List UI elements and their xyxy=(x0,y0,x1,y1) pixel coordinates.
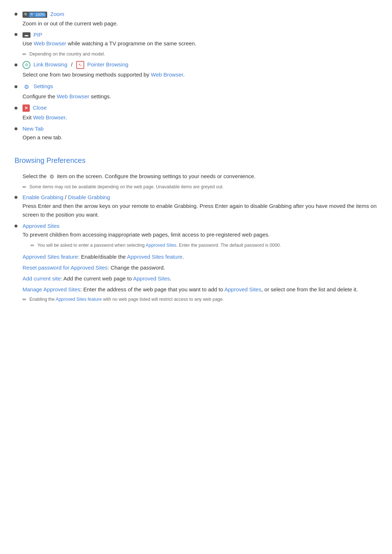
bullet-dot-browsing xyxy=(15,63,17,66)
settings-link[interactable]: Settings xyxy=(33,83,53,89)
approved-sites-note-row: ✏ You will be asked to enter a password … xyxy=(30,242,377,249)
approved-sites-feature-link[interactable]: Approved Sites feature xyxy=(23,254,78,260)
pip-note-icon: ✏ xyxy=(23,52,26,57)
reset-password-link[interactable]: Reset password for Approved Sites xyxy=(23,264,107,271)
bullet-dot-newtab xyxy=(15,127,17,130)
pip-label: ▬ PIP xyxy=(23,32,42,38)
new-tab-description: Open a new tab. xyxy=(23,133,377,142)
pip-section: ▬ PIP Use Web Browser while watching a T… xyxy=(15,32,377,58)
enable-grabbing-link[interactable]: Enable Grabbing xyxy=(23,194,64,200)
manage-approved-sites-line: Manage Approved Sites: Enter the address… xyxy=(23,285,377,294)
link-browsing-icon: ⚙ xyxy=(23,61,30,69)
browsing-mode-label: ⚙ Link Browsing / ↖ Pointer Browsing xyxy=(23,61,128,69)
manage-approved-link[interactable]: Manage Approved Sites xyxy=(23,286,80,292)
close-web-browser-link[interactable]: Web Browser xyxy=(33,114,65,120)
pip-web-browser-link[interactable]: Web Browser xyxy=(34,40,66,46)
footer-approved-sites-link[interactable]: Approved Sites feature xyxy=(56,297,102,302)
enable-grabbing-bullet-row: Enable Grabbing / Disable Grabbing xyxy=(15,194,377,200)
zoom-description: Zoom in or out of the current web page. xyxy=(23,19,377,28)
grabbing-label: Enable Grabbing / Disable Grabbing xyxy=(23,194,110,200)
zoom-percent-badge: 🔍 100% xyxy=(29,12,46,17)
new-tab-section: New Tab Open a new tab. xyxy=(15,126,377,142)
bullet-dot-settings xyxy=(15,85,17,88)
close-bullet-row: ✕ Close xyxy=(15,104,377,112)
browsing-web-browser-link[interactable]: Web Browser xyxy=(151,71,183,78)
bullet-dot-pip xyxy=(15,33,17,36)
approved-sites-feature-link2[interactable]: Approved Sites feature xyxy=(127,254,183,260)
approved-sites-link[interactable]: Approved Sites xyxy=(23,223,60,229)
approved-sites-section: Approved Sites To prevent children from … xyxy=(15,223,377,303)
pointer-browsing-icon: ↖ xyxy=(76,61,84,69)
add-current-site-link[interactable]: Add current site xyxy=(23,275,61,282)
pip-description: Use Web Browser while watching a TV prog… xyxy=(23,39,377,48)
approved-sites-note-icon: ✏ xyxy=(30,243,34,248)
pointer-browsing-link[interactable]: Pointer Browsing xyxy=(87,61,128,67)
reset-password-line: Reset password for Approved Sites: Chang… xyxy=(23,263,377,272)
settings-web-browser-link[interactable]: Web Browser xyxy=(57,93,89,99)
close-description: Exit Web Browser. xyxy=(23,113,377,122)
close-icon: ✕ xyxy=(23,104,30,112)
bullet-dot-approved xyxy=(15,225,17,227)
manage-approved-link2[interactable]: Approved Sites xyxy=(224,286,261,292)
browsing-mode-bullet-row: ⚙ Link Browsing / ↖ Pointer Browsing xyxy=(15,61,377,69)
bullet-dot xyxy=(15,13,17,16)
footer-note-icon: ✏ xyxy=(23,297,26,302)
settings-bullet-row: ⚙ Settings xyxy=(15,83,377,91)
settings-icon: ⚙ xyxy=(23,83,30,91)
browsing-preferences-intro: Select the ⚙ item on the screen. Configu… xyxy=(23,172,377,181)
pref-note-icon: ✏ xyxy=(23,184,26,190)
browsing-mode-description: Select one from two browsing methods sup… xyxy=(23,70,377,79)
new-tab-bullet-row: New Tab xyxy=(15,126,377,132)
zoom-icon: 🔍 🔍 100% xyxy=(23,12,47,18)
new-tab-link[interactable]: New Tab xyxy=(23,126,44,132)
pip-bullet-row: ▬ PIP xyxy=(15,32,377,38)
settings-label: ⚙ Settings xyxy=(23,83,53,91)
zoom-link[interactable]: Zoom xyxy=(50,11,64,17)
zoom-label: 🔍 🔍 100% Zoom xyxy=(23,11,64,18)
grabbing-separator: / xyxy=(65,194,68,200)
pip-icon: ▬ xyxy=(23,32,30,38)
approved-sites-bullet-row: Approved Sites xyxy=(15,223,377,229)
enable-grabbing-section: Enable Grabbing / Disable Grabbing Press… xyxy=(15,194,377,219)
browsing-separator: / xyxy=(71,61,74,67)
browsing-preferences-title: Browsing Preferences xyxy=(15,156,377,166)
bullet-dot-close xyxy=(15,107,17,110)
approved-sites-feature-line: Approved Sites feature: Enable/disable t… xyxy=(23,253,377,261)
disable-grabbing-link[interactable]: Disable Grabbing xyxy=(68,194,110,200)
add-current-approved-link[interactable]: Approved Sites xyxy=(133,275,170,282)
browsing-preferences-note-row: ✏ Some items may not be available depend… xyxy=(23,184,377,190)
settings-description: Configure the Web Browser settings. xyxy=(23,92,377,101)
settings-section: ⚙ Settings Configure the Web Browser set… xyxy=(15,83,377,101)
zoom-bullet-row: 🔍 🔍 100% Zoom xyxy=(15,11,377,18)
approved-sites-inline-link[interactable]: Approved Sites xyxy=(146,243,176,248)
add-current-site-line: Add current site: Add the current web pa… xyxy=(23,274,377,283)
close-label: ✕ Close xyxy=(23,104,47,112)
browsing-preferences-section: Browsing Preferences Select the ⚙ item o… xyxy=(15,156,377,303)
close-link[interactable]: Close xyxy=(33,104,46,111)
approved-sites-note-text: You will be asked to enter a password wh… xyxy=(37,242,281,249)
approved-sites-description: To prevent children from accessing inapp… xyxy=(23,230,377,239)
grabbing-description: Press Enter and then the arrow keys on y… xyxy=(23,202,377,219)
pip-note-row: ✏ Depending on the country and model. xyxy=(23,51,377,58)
pip-note-text: Depending on the country and model. xyxy=(29,51,105,58)
settings-inline-icon: ⚙ xyxy=(48,173,56,180)
zoom-section: 🔍 🔍 100% Zoom Zoom in or out of the curr… xyxy=(15,11,377,28)
footer-note-row: ✏ Enabling the Approved Sites feature wi… xyxy=(23,296,377,303)
browsing-mode-section: ⚙ Link Browsing / ↖ Pointer Browsing Sel… xyxy=(15,61,377,79)
pref-note-text: Some items may not be available dependin… xyxy=(29,184,224,190)
footer-note-text: Enabling the Approved Sites feature with… xyxy=(29,296,224,303)
approved-sites-label: Approved Sites xyxy=(23,223,60,229)
link-browsing-link[interactable]: Link Browsing xyxy=(33,61,67,67)
pip-link[interactable]: PIP xyxy=(33,32,42,38)
close-section: ✕ Close Exit Web Browser. xyxy=(15,104,377,122)
new-tab-label: New Tab xyxy=(23,126,44,132)
bullet-dot-grabbing xyxy=(15,196,17,199)
